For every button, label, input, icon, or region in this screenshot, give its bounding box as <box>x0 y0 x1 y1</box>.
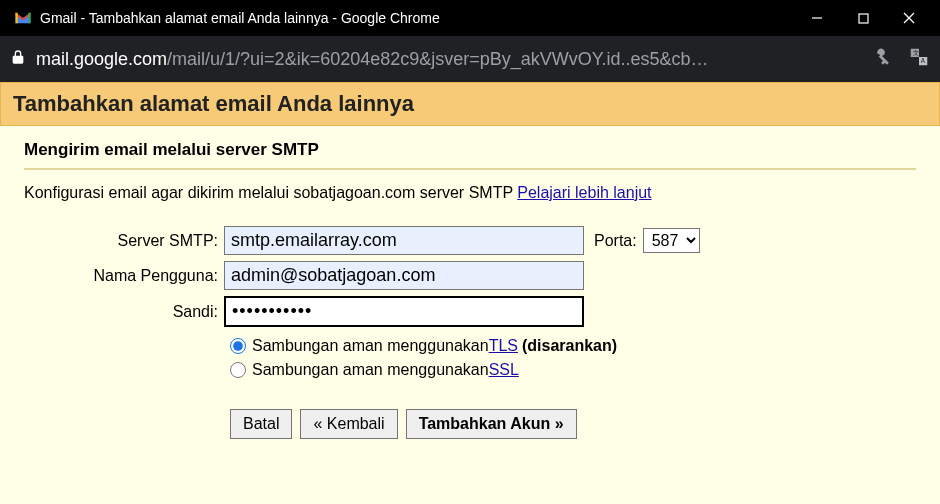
url-path: /mail/u/1/?ui=2&ik=60204e82c9&jsver=pBy_… <box>167 49 708 69</box>
tls-label-prefix: Sambungan aman menggunakan <box>252 337 489 355</box>
lock-icon <box>10 49 26 69</box>
close-button[interactable] <box>886 0 932 36</box>
gmail-favicon-icon <box>14 9 32 27</box>
subheader: Mengirim email melalui server SMTP <box>24 136 916 170</box>
username-input[interactable] <box>224 261 584 290</box>
url-text: mail.google.com/mail/u/1/?ui=2&ik=60204e… <box>36 49 858 70</box>
svg-text:文: 文 <box>913 49 919 56</box>
description-text: Konfigurasi email agar dikirim melalui s… <box>24 184 517 201</box>
banner-title: Tambahkan alamat email Anda lainnya <box>13 91 414 116</box>
svg-point-4 <box>877 53 880 56</box>
back-button[interactable]: « Kembali <box>300 409 397 439</box>
tls-link[interactable]: TLS <box>489 337 518 355</box>
window-titlebar: Gmail - Tambahkan alamat email Anda lain… <box>0 0 940 36</box>
learn-more-link[interactable]: Pelajari lebih lanjut <box>517 184 651 201</box>
password-input[interactable] <box>224 296 584 327</box>
url-host: mail.google.com <box>36 49 167 69</box>
password-label: Sandi: <box>24 303 224 321</box>
port-select[interactable]: 587 <box>643 228 700 253</box>
add-account-button[interactable]: Tambahkan Akun » <box>406 409 577 439</box>
ssl-label-prefix: Sambungan aman menggunakan <box>252 361 489 379</box>
content-area: Mengirim email melalui server SMTP Konfi… <box>0 126 940 504</box>
address-bar[interactable]: mail.google.com/mail/u/1/?ui=2&ik=60204e… <box>0 36 940 82</box>
minimize-button[interactable] <box>794 0 840 36</box>
translate-icon[interactable]: 文A <box>908 46 930 73</box>
tls-radio[interactable] <box>230 338 246 354</box>
tls-recommended: (disarankan) <box>522 337 617 355</box>
svg-text:A: A <box>921 57 926 64</box>
maximize-button[interactable] <box>840 0 886 36</box>
ssl-link[interactable]: SSL <box>489 361 519 379</box>
username-label: Nama Pengguna: <box>24 267 224 285</box>
port-label: Porta: <box>594 232 637 250</box>
cancel-button[interactable]: Batal <box>230 409 292 439</box>
svg-rect-1 <box>859 14 868 23</box>
smtp-server-label: Server SMTP: <box>24 232 224 250</box>
smtp-server-input[interactable] <box>224 226 584 255</box>
page-banner: Tambahkan alamat email Anda lainnya <box>0 82 940 126</box>
ssl-radio[interactable] <box>230 362 246 378</box>
description: Konfigurasi email agar dikirim melalui s… <box>24 184 916 202</box>
window-title: Gmail - Tambahkan alamat email Anda lain… <box>40 10 794 26</box>
key-icon[interactable] <box>872 46 894 73</box>
